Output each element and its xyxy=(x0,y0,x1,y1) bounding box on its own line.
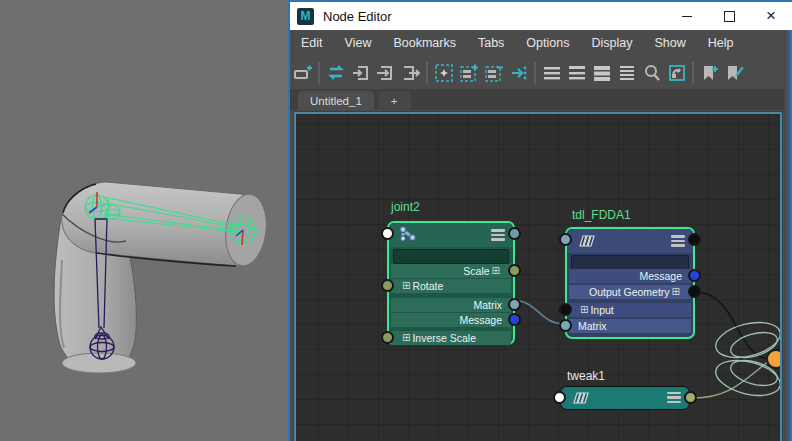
viewport-scene xyxy=(0,0,288,441)
port-tweak1-out[interactable] xyxy=(684,391,697,404)
attr-row-scale[interactable]: Scale⊞ xyxy=(391,264,511,278)
node-tdl-header[interactable] xyxy=(567,229,693,253)
display-mode-custom-icon[interactable] xyxy=(614,62,639,84)
attr-row-matrix[interactable]: Matrix xyxy=(569,319,691,333)
mesh-layers-icon xyxy=(570,388,590,408)
add-selected-plus-icon[interactable] xyxy=(456,62,481,84)
window-right-border xyxy=(784,30,792,441)
port-inverse-scale-in[interactable] xyxy=(381,331,394,344)
window-title: Node Editor xyxy=(323,9,392,24)
attr-row-inverse-scale[interactable]: ⊞Inverse Scale xyxy=(391,331,511,345)
display-mode-connected-icon[interactable] xyxy=(564,62,589,84)
menu-options[interactable]: Options xyxy=(515,36,580,50)
input-connections-icon[interactable] xyxy=(348,62,373,84)
toolbar xyxy=(290,56,792,90)
title-bar[interactable]: M Node Editor × xyxy=(290,2,792,30)
create-bookmark-icon[interactable] xyxy=(697,62,722,84)
toolbar-separator xyxy=(534,62,536,84)
node-title-tweak1: tweak1 xyxy=(567,369,605,383)
toolbar-separator xyxy=(426,62,428,84)
connection-wires xyxy=(296,114,780,441)
remove-selected-minus-icon[interactable] xyxy=(481,62,506,84)
maya-logo-icon: M xyxy=(297,8,314,25)
expand-icon[interactable]: ⊞ xyxy=(672,285,680,299)
menu-help[interactable]: Help xyxy=(697,36,745,50)
expand-icon[interactable]: ⊞ xyxy=(402,331,410,345)
port-scale-out[interactable] xyxy=(508,264,521,277)
offscreen-node-port[interactable] xyxy=(767,350,780,368)
node-joint2-filter-bar[interactable] xyxy=(393,249,509,264)
edit-bookmark-icon[interactable] xyxy=(722,62,747,84)
port-matrix-out[interactable] xyxy=(508,298,521,311)
input-output-connections-icon[interactable] xyxy=(373,62,398,84)
menu-view[interactable]: View xyxy=(334,36,383,50)
port-matrix-in[interactable] xyxy=(559,319,572,332)
menu-tabs[interactable]: Tabs xyxy=(467,36,515,50)
port-input-in[interactable] xyxy=(559,303,572,316)
3d-viewport[interactable] xyxy=(0,0,289,441)
wire-output-geometry[interactable] xyxy=(697,292,769,359)
port-tdl-header-out[interactable] xyxy=(688,233,701,246)
port-tweak1-in[interactable] xyxy=(553,391,566,404)
node-menu-icon[interactable] xyxy=(671,235,685,247)
joint-icon xyxy=(398,225,418,245)
maximize-icon xyxy=(724,11,735,22)
attr-row-input[interactable]: ⊞Input xyxy=(569,303,691,317)
port-output-geometry-out[interactable] xyxy=(688,285,701,298)
menu-show[interactable]: Show xyxy=(643,36,696,50)
frame-graph-icon[interactable] xyxy=(664,62,689,84)
expand-icon[interactable]: ⊞ xyxy=(402,279,410,293)
port-message-out[interactable] xyxy=(508,313,521,326)
attr-row-matrix[interactable]: Matrix xyxy=(391,298,511,312)
node-tweak1[interactable] xyxy=(560,386,690,410)
node-editor-window: M Node Editor × Edit View Bookmarks Tabs… xyxy=(288,0,792,441)
node-menu-icon[interactable] xyxy=(491,229,505,241)
menu-edit[interactable]: Edit xyxy=(290,36,334,50)
display-mode-full-icon[interactable] xyxy=(589,62,614,84)
expand-icon[interactable]: ⊞ xyxy=(580,303,588,317)
menu-bookmarks[interactable]: Bookmarks xyxy=(382,36,467,50)
tab-untitled-1[interactable]: Untitled_1 xyxy=(298,91,374,110)
port-joint2-header-out[interactable] xyxy=(508,227,521,240)
attr-row-message[interactable]: Message xyxy=(569,269,691,283)
maximize-button[interactable] xyxy=(708,2,750,30)
attr-row-output-geometry[interactable]: Output Geometry⊞ xyxy=(569,285,691,299)
output-connections-icon[interactable] xyxy=(398,62,423,84)
toolbar-separator xyxy=(318,62,320,84)
search-icon[interactable] xyxy=(639,62,664,84)
add-tab-button[interactable]: + xyxy=(378,91,411,110)
port-joint2-header-in[interactable] xyxy=(381,227,394,240)
port-rotate-in[interactable] xyxy=(381,279,394,292)
expand-icon[interactable]: ⊞ xyxy=(492,264,500,278)
toolbar-separator xyxy=(692,62,694,84)
add-node-to-graph-icon[interactable] xyxy=(290,62,315,84)
elbow-mesh xyxy=(54,182,270,373)
sync-selection-icon[interactable] xyxy=(323,62,348,84)
node-tweak1-header[interactable] xyxy=(561,387,689,408)
port-tdl-header-in[interactable] xyxy=(559,233,572,246)
menu-display[interactable]: Display xyxy=(580,36,643,50)
minimize-icon xyxy=(682,16,692,17)
node-joint2[interactable]: Scale⊞ ⊞Rotate Matrix Message ⊞Inverse S… xyxy=(387,221,515,345)
push-connections-icon[interactable] xyxy=(506,62,531,84)
node-graph-canvas[interactable]: joint2 Scale⊞ ⊞Rotate Matrix Message ⊞In… xyxy=(294,112,782,441)
node-title-tdl-fdda1: tdl_FDDA1 xyxy=(572,208,631,222)
minimize-button[interactable] xyxy=(666,2,708,30)
node-title-joint2: joint2 xyxy=(391,200,420,214)
node-tdl-fdda1[interactable]: Message Output Geometry⊞ ⊞Input Matrix xyxy=(565,227,695,339)
mesh-layers-icon xyxy=(576,231,596,251)
node-tdl-filter-bar[interactable] xyxy=(571,255,689,270)
menu-bar: Edit View Bookmarks Tabs Options Display… xyxy=(290,30,792,57)
display-mode-simple-icon[interactable] xyxy=(539,62,564,84)
attr-row-message[interactable]: Message xyxy=(391,313,511,327)
node-joint2-header[interactable] xyxy=(389,223,513,247)
add-selected-nodes-icon[interactable] xyxy=(431,62,456,84)
port-message-out[interactable] xyxy=(688,269,701,282)
attr-row-rotate[interactable]: ⊞Rotate xyxy=(391,279,511,293)
close-button[interactable]: × xyxy=(750,2,792,30)
node-menu-icon[interactable] xyxy=(667,392,681,404)
tab-bar: Untitled_1 + xyxy=(290,89,792,110)
